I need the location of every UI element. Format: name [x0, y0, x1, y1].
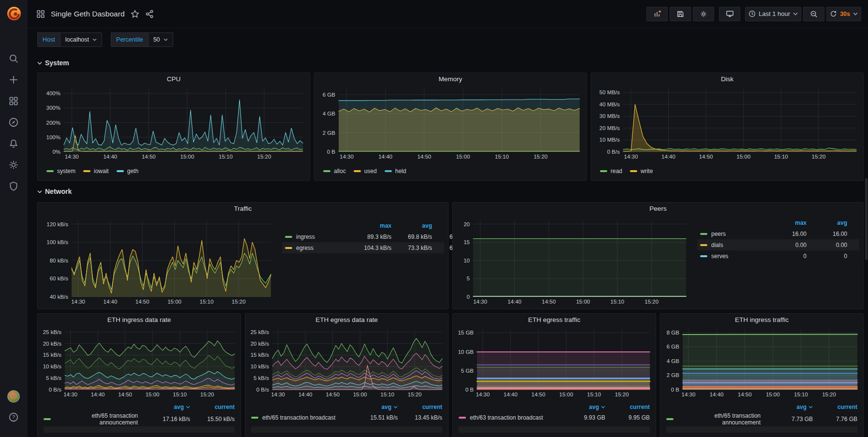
- panel-title[interactable]: Traffic: [38, 205, 448, 212]
- share-icon[interactable]: [145, 10, 154, 18]
- legend-row: serves 000: [697, 250, 859, 262]
- panel-title[interactable]: ETH ingress data rate: [38, 316, 240, 323]
- variable-host-select[interactable]: localhost: [60, 32, 102, 47]
- legend-series[interactable]: ingress: [285, 233, 347, 240]
- help-icon[interactable]: ?: [8, 412, 19, 422]
- row-header-network[interactable]: Network: [37, 188, 72, 195]
- svg-text:10 MB/s: 10 MB/s: [599, 137, 620, 143]
- dashboard-variables: Host localhost Percentile 50: [28, 28, 868, 52]
- series-swatch: [285, 236, 292, 238]
- legend-series[interactable]: eth/65 transaction announcement: [666, 412, 761, 426]
- server-admin-shield-icon[interactable]: [8, 181, 19, 191]
- svg-text:15:00: 15:00: [167, 299, 181, 305]
- chevron-down-icon: [37, 190, 42, 193]
- svg-text:14:40: 14:40: [504, 392, 518, 397]
- panel-title[interactable]: Disk: [591, 75, 863, 83]
- dashboard-title[interactable]: Single Geth Dasboard: [51, 10, 125, 18]
- user-avatar[interactable]: [7, 390, 20, 403]
- series-swatch: [630, 170, 637, 172]
- variable-percentile: Percentile 50: [111, 32, 173, 47]
- svg-text:200%: 200%: [46, 120, 60, 126]
- traffic-chart[interactable]: 40 kB/s60 kB/s80 kB/s100 kB/s120 kB/s14:…: [42, 218, 274, 306]
- refresh-icon: [830, 10, 837, 17]
- row-header-system[interactable]: System: [37, 59, 69, 67]
- eth-ingress-traffic-legend: avgcurrent eth/65 transaction announceme…: [666, 402, 857, 433]
- dashboards-icon[interactable]: [8, 96, 19, 106]
- legend-series[interactable]: eth/63 transaction broadcast: [459, 414, 553, 421]
- svg-text:10 kB/s: 10 kB/s: [251, 364, 269, 369]
- time-range-picker[interactable]: Last 1 hour: [745, 7, 801, 21]
- legend-item[interactable]: used: [354, 168, 377, 175]
- tv-cycle-button[interactable]: [719, 7, 740, 21]
- legend-series[interactable]: egress: [285, 245, 347, 251]
- svg-text:5 kB/s: 5 kB/s: [46, 375, 61, 381]
- legend-row: dials 0.000.000.00: [697, 239, 859, 250]
- svg-text:0 B: 0 B: [465, 387, 474, 393]
- eth-egress-rate-chart[interactable]: 0 B/s5 kB/s10 kB/s15 kB/s20 kB/s25 kB/s1…: [248, 327, 445, 399]
- legend-header: avgcurrent: [666, 402, 857, 412]
- variable-percentile-select[interactable]: 50: [148, 32, 173, 47]
- svg-text:14:50: 14:50: [135, 299, 150, 305]
- series-swatch: [354, 170, 361, 172]
- legend-item[interactable]: iowait: [83, 168, 109, 175]
- legend-item[interactable]: alloc: [323, 168, 346, 175]
- zoom-out-time-button[interactable]: [803, 7, 824, 21]
- eth-ingress-rate-chart[interactable]: 0 B/s5 kB/s10 kB/s15 kB/s20 kB/s25 kB/s1…: [41, 327, 238, 399]
- eth-ingress-traffic-chart[interactable]: 0 B2 GB4 GB6 GB8 GB14:3014:4014:5015:001…: [663, 327, 860, 399]
- svg-text:2 GB: 2 GB: [323, 130, 336, 136]
- panel-traffic: Traffic 40 kB/s60 kB/s80 kB/s100 kB/s120…: [37, 202, 449, 309]
- memory-chart[interactable]: 0 B2 GB4 GB6 GB14:3014:4014:5015:0015:10…: [318, 87, 583, 161]
- eth-ingress-rate-legend: avgcurrent eth/65 transaction announceme…: [44, 402, 235, 433]
- panel-title[interactable]: CPU: [38, 75, 310, 83]
- legend-series[interactable]: eth/65 transaction broadcast: [251, 414, 345, 421]
- svg-text:25 kB/s: 25 kB/s: [43, 329, 62, 335]
- add-panel-button[interactable]: [646, 7, 668, 21]
- grafana-logo[interactable]: [4, 3, 24, 24]
- refresh-button[interactable]: 30s: [826, 7, 861, 21]
- configuration-gear-icon[interactable]: [8, 160, 19, 170]
- svg-text:14:30: 14:30: [473, 299, 487, 305]
- svg-text:80 kB/s: 80 kB/s: [50, 258, 69, 263]
- svg-text:14:50: 14:50: [738, 392, 752, 397]
- vertical-scrollbar[interactable]: [865, 178, 868, 260]
- panel-title[interactable]: ETH egress traffic: [453, 316, 656, 323]
- legend-item[interactable]: read: [600, 168, 622, 175]
- svg-text:14:40: 14:40: [91, 392, 105, 397]
- svg-text:15:20: 15:20: [644, 299, 658, 305]
- dashboard-grid-icon: [36, 10, 45, 18]
- legend-item[interactable]: system: [46, 168, 75, 175]
- create-plus-icon[interactable]: [8, 74, 19, 85]
- legend-item[interactable]: held: [385, 168, 406, 175]
- svg-text:40 kB/s: 40 kB/s: [50, 294, 69, 300]
- alerting-bell-icon[interactable]: [8, 138, 19, 149]
- dashboard-settings-button[interactable]: [693, 7, 714, 21]
- cpu-chart[interactable]: 0%100%200%300%400%14:3014:4014:5015:0015…: [42, 87, 306, 161]
- panel-title[interactable]: Peers: [453, 205, 863, 212]
- panel-title[interactable]: ETH ingress traffic: [660, 316, 863, 323]
- panel-title[interactable]: ETH egress data rate: [245, 316, 448, 323]
- save-dashboard-button[interactable]: [670, 7, 691, 21]
- peers-chart[interactable]: 0510152014:3014:4014:5015:0015:1015:20: [457, 218, 689, 306]
- explore-compass-icon[interactable]: [8, 117, 19, 128]
- legend-item[interactable]: write: [630, 168, 653, 175]
- legend-series[interactable]: dials: [700, 242, 762, 248]
- svg-text:14:50: 14:50: [531, 392, 545, 397]
- svg-text:20 MB/s: 20 MB/s: [599, 125, 620, 131]
- disk-chart[interactable]: 0 B/s10 MB/s20 MB/s30 MB/s40 MB/s50 MB/s…: [595, 87, 859, 161]
- legend-item[interactable]: geth: [117, 168, 138, 175]
- panel-title[interactable]: Memory: [314, 75, 586, 83]
- legend-series[interactable]: serves: [700, 253, 762, 260]
- legend-series[interactable]: eth/65 transaction announcement: [44, 412, 138, 426]
- svg-text:5 kB/s: 5 kB/s: [254, 375, 269, 381]
- series-swatch: [700, 244, 707, 246]
- eth-egress-rate-legend: avgcurrent eth/65 transaction broadcast …: [251, 402, 442, 433]
- svg-text:0: 0: [467, 294, 470, 300]
- svg-text:14:50: 14:50: [142, 154, 156, 160]
- eth-egress-traffic-chart[interactable]: 0 B5 GB10 GB15 GB14:3014:4014:5015:0015:…: [456, 327, 653, 399]
- star-icon[interactable]: [131, 10, 139, 18]
- legend-series[interactable]: peers: [700, 231, 762, 237]
- svg-text:4 GB: 4 GB: [323, 111, 336, 117]
- chevron-down-icon: [808, 406, 813, 408]
- search-icon[interactable]: [8, 53, 19, 64]
- chevron-down-icon: [164, 38, 168, 41]
